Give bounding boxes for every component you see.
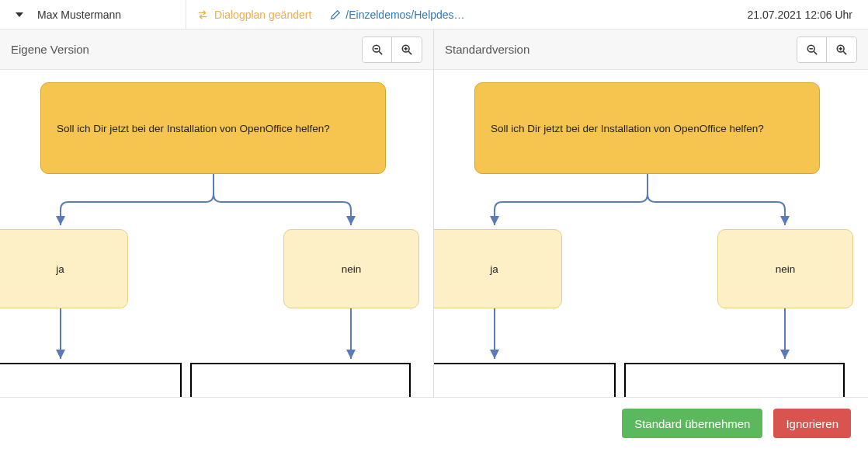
canvas-left[interactable]: Soll ich Dir jetzt bei der Installation … [0, 70, 433, 397]
ignore-button[interactable]: Ignorieren [773, 409, 851, 438]
node-question-text: Soll ich Dir jetzt bei der Installation … [491, 123, 764, 134]
path-text: /Einzeldemos/Helpdes… [345, 9, 464, 21]
panel-header-left: Eigene Version [0, 30, 433, 70]
node-answer-yes[interactable]: ja [434, 229, 562, 308]
canvas-right[interactable]: Soll ich Dir jetzt bei der Installation … [434, 70, 868, 397]
zoom-in-icon [401, 44, 412, 55]
collapse-toggle[interactable] [8, 12, 31, 17]
node-answer-yes[interactable]: ja [0, 229, 128, 308]
user-name: Max Mustermann [31, 0, 186, 29]
zoom-in-button[interactable] [827, 37, 856, 62]
panel-standard-version: Standardversion [434, 30, 868, 397]
node-answer-no-text: nein [776, 263, 796, 275]
node-question-text: Soll ich Dir jetzt bei der Installation … [57, 123, 330, 134]
zoom-in-icon [836, 44, 847, 55]
node-question[interactable]: Soll ich Dir jetzt bei der Installation … [40, 82, 386, 174]
header-bar: Max Mustermann Dialogplan geändert /Einz… [0, 0, 868, 30]
svg-line-8 [814, 51, 817, 54]
node-answer-no[interactable]: nein [717, 229, 853, 308]
node-next-left[interactable] [0, 363, 182, 397]
node-answer-yes-text: ja [56, 263, 64, 275]
zoom-controls-left [362, 37, 422, 63]
svg-line-11 [843, 51, 846, 54]
accept-standard-button[interactable]: Standard übernehmen [622, 409, 762, 438]
zoom-controls-right [797, 37, 857, 63]
panel-title-left: Eigene Version [11, 43, 89, 56]
zoom-out-button[interactable] [363, 37, 392, 62]
node-question[interactable]: Soll ich Dir jetzt bei der Installation … [474, 82, 820, 174]
zoom-out-icon [807, 44, 818, 55]
diff-panels: Eigene Version [0, 30, 868, 398]
zoom-out-icon [372, 44, 383, 55]
swap-icon [197, 9, 208, 20]
node-next-right[interactable] [624, 363, 845, 397]
node-answer-no[interactable]: nein [283, 229, 419, 308]
panel-own-version: Eigene Version [0, 30, 434, 397]
node-next-left[interactable] [434, 363, 616, 397]
zoom-out-button[interactable] [797, 37, 827, 62]
change-type: Dialogplan geändert [186, 0, 322, 29]
footer-actions: Standard übernehmen Ignorieren [0, 398, 868, 449]
timestamp: 21.07.2021 12:06 Uhr [748, 9, 860, 21]
svg-line-1 [379, 51, 382, 54]
node-answer-no-text: nein [342, 263, 362, 275]
panel-title-right: Standardversion [445, 43, 529, 56]
caret-down-icon [16, 12, 23, 17]
node-next-right[interactable] [190, 363, 411, 397]
edit-icon [330, 9, 341, 20]
panel-header-right: Standardversion [434, 30, 868, 70]
svg-line-4 [408, 51, 411, 54]
zoom-in-button[interactable] [392, 37, 422, 62]
change-type-label: Dialogplan geändert [214, 9, 311, 21]
path-link[interactable]: /Einzeldemos/Helpdes… [322, 0, 472, 29]
node-answer-yes-text: ja [490, 263, 498, 275]
